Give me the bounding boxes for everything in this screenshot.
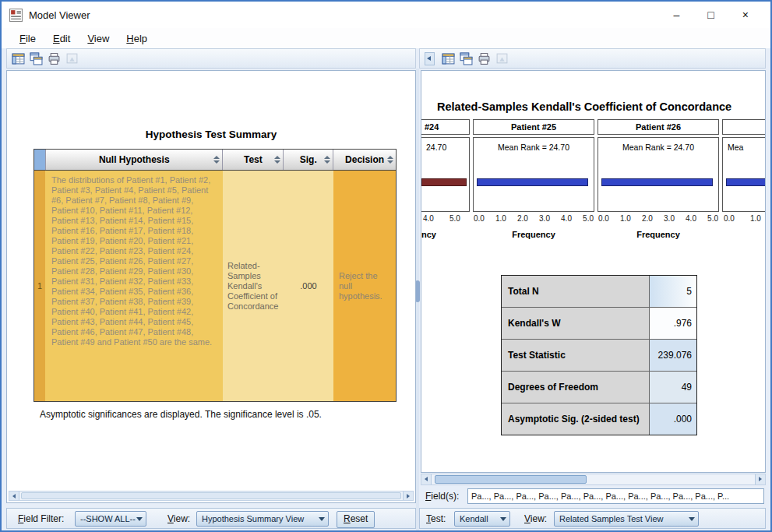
scrollbar-thumb[interactable] — [435, 475, 587, 484]
chart-plot-area: Mea — [722, 137, 766, 212]
table-row: Test Statistic 239.076 — [502, 340, 696, 372]
window-controls: – □ × — [674, 9, 763, 21]
menu-help[interactable]: Help — [118, 30, 156, 47]
test-statistics-table: Total N 5 Kendall's W .976 Test Statisti… — [501, 275, 697, 435]
stat-label: Degrees of Freedom — [502, 372, 650, 403]
pivot-table-icon[interactable] — [442, 52, 455, 65]
frequency-bar — [601, 178, 713, 186]
scroll-left-icon[interactable] — [9, 491, 19, 500]
x-axis-label: Frequency — [473, 230, 594, 239]
right-toolbar — [419, 48, 766, 69]
right-bottom-bar: Test: Kendall View: Related Samples Test… — [419, 508, 766, 529]
copy-table-icon[interactable] — [30, 52, 43, 65]
sort-icon[interactable] — [274, 156, 280, 164]
table-row[interactable]: 1 The distributions of Patient #1, Patie… — [34, 171, 396, 401]
test-detail-panel: Related-Samples Kendall's Coefficient of… — [421, 70, 766, 473]
copy-table-icon[interactable] — [460, 52, 473, 65]
fields-list[interactable]: Pa..., Pa..., Pa..., Pa..., Pa..., Pa...… — [467, 488, 764, 504]
row-number-cell: 1 — [34, 171, 45, 401]
menu-file[interactable]: File — [11, 30, 44, 47]
stat-value: 239.076 — [650, 340, 696, 371]
x-axis-label: ncy — [421, 230, 470, 239]
tick-label: 1.0 — [495, 214, 506, 223]
hypothesis-summary-title: Hypothesis Test Summary — [7, 129, 415, 140]
fields-row: Field(s): Pa..., Pa..., Pa..., Pa..., Pa… — [421, 488, 766, 506]
tick-label: 0.0 — [598, 214, 609, 223]
sort-icon[interactable] — [213, 156, 220, 164]
scroll-right-icon[interactable] — [403, 491, 413, 500]
titlebar: Model Viewer – □ × — [2, 2, 770, 28]
pivot-table-icon[interactable] — [12, 52, 25, 65]
sort-icon[interactable] — [324, 156, 330, 164]
menu-bar: File Edit View Help — [2, 28, 770, 48]
export-icon[interactable] — [65, 52, 79, 65]
x-axis-tick-labels: 0.0 1.0 — [722, 214, 766, 223]
test-view-dropdown[interactable]: Related Samples Test View — [554, 511, 699, 527]
panel-header — [722, 119, 766, 135]
tick-label: 5.0 — [583, 214, 594, 223]
tick-label: 2.0 — [517, 214, 528, 223]
left-toolbar — [6, 48, 416, 69]
minimize-button[interactable]: – — [674, 9, 680, 21]
panel-header: #24 — [421, 119, 470, 135]
table-footnote: Asymptotic significances are displayed. … — [40, 409, 322, 420]
column-header-label: Null Hypothesis — [99, 154, 170, 165]
chart-panel-patient-25: Patient #25 Mean Rank = 24.70 0.0 1.0 2.… — [473, 119, 594, 239]
test-cell-text: Related-Samples Kendall's Coefficient of… — [227, 261, 280, 312]
column-header-sig[interactable]: Sig. — [284, 150, 333, 170]
mean-rank-annotation: Mea — [723, 143, 766, 152]
chart-panel-patient-26: Patient #26 Mean Rank = 24.70 0.0 1.0 2.… — [598, 119, 719, 239]
fields-label: Field(s): — [425, 491, 459, 502]
tick-label: 5.0 — [449, 214, 460, 223]
tick-label: 1.0 — [620, 214, 631, 223]
collapse-left-icon[interactable] — [425, 52, 435, 65]
tick-label: 0.0 — [474, 214, 485, 223]
x-axis-label: Frequency — [598, 230, 719, 239]
close-button[interactable]: × — [742, 9, 749, 21]
table-header-row: Null Hypothesis Test Sig. Decision — [34, 150, 396, 171]
chart-panel-patient-27: Mea 0.0 1.0 — [722, 119, 766, 230]
chart-plot-area: 24.70 — [421, 137, 470, 212]
view-dropdown[interactable]: Hypothesis Summary View — [196, 511, 329, 527]
tick-label: 4.0 — [423, 214, 434, 223]
frequency-bar — [726, 178, 766, 186]
print-icon[interactable] — [48, 52, 61, 65]
test-dropdown[interactable]: Kendall — [454, 511, 510, 527]
view-label: View: — [524, 513, 547, 524]
right-horizontal-scrollbar[interactable] — [421, 474, 766, 485]
mean-rank-annotation: Mean Rank = 24.70 — [474, 143, 594, 152]
field-filter-dropdown[interactable]: --SHOW ALL-- — [75, 511, 146, 527]
export-icon[interactable] — [495, 52, 509, 65]
hypothesis-summary-panel: Hypothesis Test Summary Null Hypothesis … — [6, 70, 416, 503]
frequency-bar — [421, 178, 467, 186]
table-row: Asymptotic Sig. (2-sided test) .000 — [502, 403, 696, 435]
reset-button[interactable]: Reset — [337, 511, 375, 528]
stat-label: Kendall's W — [502, 308, 650, 339]
menu-view[interactable]: View — [79, 30, 118, 47]
menu-edit[interactable]: Edit — [44, 30, 79, 47]
column-header-decision[interactable]: Decision — [333, 150, 396, 170]
x-axis-tick-labels: 0.0 1.0 2.0 3.0 4.0 5.0 — [598, 214, 719, 223]
model-viewer-window: Model Viewer – □ × File Edit View Help — [0, 0, 772, 532]
field-filter-label: Field Filter: — [18, 513, 64, 524]
stat-value: .976 — [650, 308, 696, 339]
x-axis-tick-labels: 4.0 5.0 — [421, 214, 470, 223]
mean-rank-annotation: Mean Rank = 24.70 — [598, 143, 718, 152]
scroll-left-icon[interactable] — [421, 474, 432, 484]
column-header-null-hypothesis[interactable]: Null Hypothesis — [46, 150, 224, 170]
sort-icon[interactable] — [387, 156, 393, 164]
test-label: Test: — [426, 513, 446, 524]
print-icon[interactable] — [478, 52, 491, 65]
maximize-button[interactable]: □ — [707, 9, 714, 21]
stat-label: Total N — [502, 276, 650, 307]
test-cell: Related-Samples Kendall's Coefficient of… — [223, 171, 284, 401]
row-selector-header[interactable] — [34, 150, 46, 170]
tick-label: 5.0 — [707, 214, 718, 223]
tick-label: 1.0 — [750, 214, 761, 223]
scroll-right-icon[interactable] — [755, 474, 765, 484]
left-horizontal-scrollbar[interactable] — [9, 491, 414, 501]
tick-label: 3.0 — [664, 214, 675, 223]
column-header-test[interactable]: Test — [223, 150, 284, 170]
scrollbar-thumb[interactable] — [21, 492, 401, 499]
hypothesis-test-table: Null Hypothesis Test Sig. Decision 1 — [33, 149, 397, 402]
